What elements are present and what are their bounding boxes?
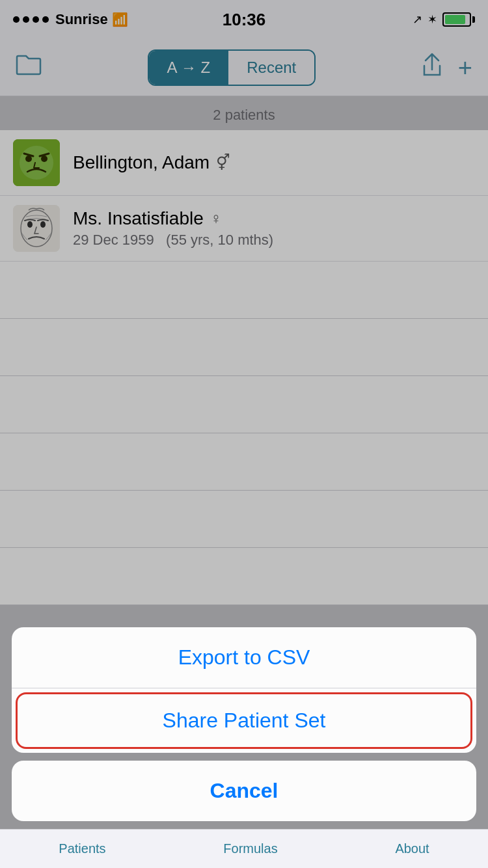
share-patient-set-button[interactable]: Share Patient Set	[16, 692, 472, 749]
tab-bar: Patients Formulas About	[0, 829, 488, 868]
cancel-button[interactable]: Cancel	[12, 761, 476, 821]
action-group-cancel: Cancel	[12, 761, 476, 821]
export-csv-button[interactable]: Export to CSV	[12, 627, 476, 688]
tab-about[interactable]: About	[395, 841, 429, 856]
tab-formulas[interactable]: Formulas	[223, 841, 277, 856]
tab-patients[interactable]: Patients	[59, 841, 105, 856]
action-group-main: Export to CSV Share Patient Set	[12, 627, 476, 753]
action-sheet: Export to CSV Share Patient Set Cancel	[12, 627, 476, 829]
